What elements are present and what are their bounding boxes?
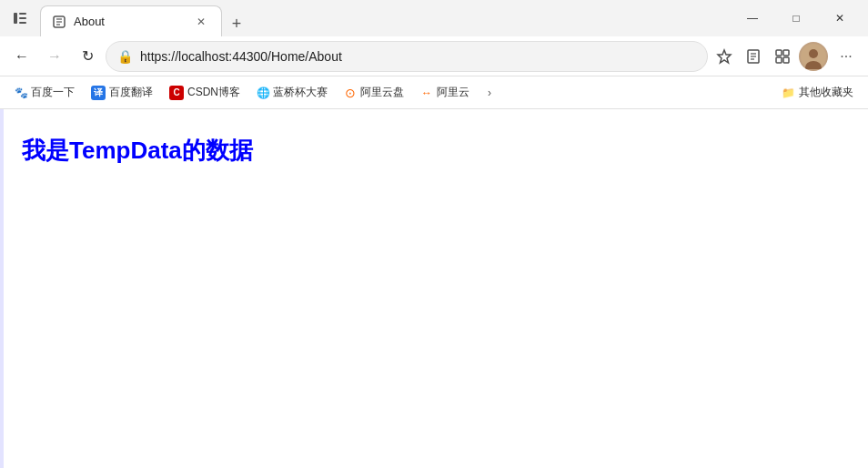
tab-title: About xyxy=(74,15,188,28)
svg-marker-8 xyxy=(718,50,731,63)
reading-list-button[interactable] xyxy=(741,44,766,69)
tab-favicon xyxy=(52,15,66,29)
title-bar: About ✕ + — □ ✕ xyxy=(0,0,868,36)
nav-bar: ← → ↻ 🔒 https://localhost:44300/Home/Abo… xyxy=(0,36,868,76)
fanyi-icon: 译 xyxy=(91,86,106,100)
star-icon xyxy=(716,48,732,65)
bookmark-baidu[interactable]: 🐾 百度一下 xyxy=(7,81,82,104)
window-controls-left xyxy=(7,5,33,31)
baidu-label: 百度一下 xyxy=(31,85,75,100)
fanyi-label: 百度翻译 xyxy=(109,85,153,100)
profile-avatar-icon xyxy=(801,44,826,69)
aliyun-label: 阿里云 xyxy=(437,85,469,100)
collections-icon xyxy=(774,48,791,65)
new-tab-button[interactable]: + xyxy=(224,11,249,36)
baidu-icon: 🐾 xyxy=(15,86,27,99)
forward-button[interactable]: → xyxy=(40,42,69,71)
active-tab[interactable]: About ✕ xyxy=(40,5,222,36)
csdn-label: CSDN博客 xyxy=(187,85,240,100)
bookmark-csdn[interactable]: C CSDN博客 xyxy=(162,81,247,104)
reading-list-icon xyxy=(745,48,762,65)
svg-rect-16 xyxy=(783,57,789,63)
tabs-bar: About ✕ + xyxy=(40,0,724,36)
aliyundisk-icon: ⊙ xyxy=(344,86,357,99)
refresh-button[interactable]: ↻ xyxy=(73,42,102,71)
lanqiao-label: 蓝桥杯大赛 xyxy=(273,85,328,100)
more-bookmarks-button[interactable]: › xyxy=(479,82,500,104)
bookmark-fanyi[interactable]: 译 百度翻译 xyxy=(84,81,160,104)
svg-rect-0 xyxy=(14,13,17,24)
settings-more-button[interactable]: ··· xyxy=(832,42,861,71)
back-button[interactable]: ← xyxy=(7,42,36,71)
bookmarks-right: 📁 其他收藏夹 xyxy=(774,81,861,104)
folder-icon: 📁 xyxy=(782,86,795,99)
bookmarks-bar: 🐾 百度一下 译 百度翻译 C CSDN博客 🌐 蓝桥杯大赛 ⊙ 阿里云盘 ↔ … xyxy=(0,76,868,109)
lanqiao-icon: 🌐 xyxy=(257,86,269,99)
lock-icon: 🔒 xyxy=(117,49,133,64)
aliyun-icon: ↔ xyxy=(420,86,433,99)
svg-rect-14 xyxy=(783,50,789,56)
page-content: 我是TempData的数据 xyxy=(0,109,868,468)
svg-rect-3 xyxy=(19,22,26,24)
address-bar[interactable]: 🔒 https://localhost:44300/Home/About xyxy=(106,41,708,72)
csdn-icon: C xyxy=(169,86,184,100)
bookmark-lanqiao[interactable]: 🌐 蓝桥杯大赛 xyxy=(249,81,335,104)
tab-close-button[interactable]: ✕ xyxy=(192,13,210,31)
sidebar-toggle-button[interactable] xyxy=(7,5,33,31)
bookmark-aliyun[interactable]: ↔ 阿里云 xyxy=(413,81,477,104)
svg-point-18 xyxy=(809,49,818,58)
svg-rect-13 xyxy=(776,50,782,56)
bookmark-aliyundisk[interactable]: ⊙ 阿里云盘 xyxy=(337,81,411,104)
other-bookmarks-label: 其他收藏夹 xyxy=(799,85,853,100)
tab-favicon-icon xyxy=(53,15,66,28)
other-bookmarks-folder[interactable]: 📁 其他收藏夹 xyxy=(774,81,861,104)
profile-button[interactable] xyxy=(799,42,828,71)
svg-rect-1 xyxy=(19,13,26,15)
svg-rect-2 xyxy=(19,17,26,19)
svg-rect-15 xyxy=(776,57,782,63)
window-controls-right: — □ ✕ xyxy=(732,4,861,33)
collections-button[interactable] xyxy=(770,44,795,69)
page-heading: 我是TempData的数据 xyxy=(22,135,853,167)
favorites-star-button[interactable] xyxy=(712,44,737,69)
address-text: https://localhost:44300/Home/About xyxy=(140,49,696,64)
sidebar-icon xyxy=(13,11,27,25)
maximize-button[interactable]: □ xyxy=(775,4,817,33)
aliyundisk-label: 阿里云盘 xyxy=(360,85,404,100)
minimize-button[interactable]: — xyxy=(732,4,773,33)
close-button[interactable]: ✕ xyxy=(819,4,861,33)
